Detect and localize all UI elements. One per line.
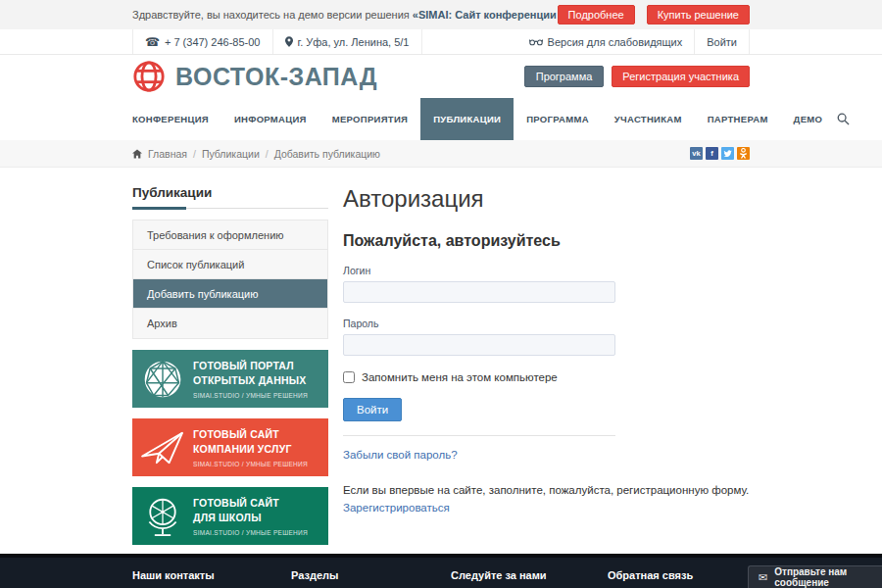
sidebar-item-add-publication[interactable]: Добавить публикацию	[133, 279, 327, 309]
globe-logo-icon	[132, 60, 166, 93]
remember-me-row: Запомнить меня на этом компьютере	[343, 371, 750, 383]
phone-icon: ☎	[145, 36, 160, 48]
password-input[interactable]	[343, 334, 615, 356]
footer-heading-feedback: Обратная связь	[608, 569, 693, 581]
sidebar-item-requirements[interactable]: Требования к оформлению	[133, 220, 327, 250]
nav-item-information[interactable]: ИНФОРМАЦИЯ	[221, 98, 319, 140]
location-pin-icon	[285, 36, 293, 47]
form-divider	[343, 435, 615, 436]
facebook-icon[interactable]: f	[706, 147, 718, 160]
password-label: Пароль	[343, 318, 750, 329]
buy-solution-button[interactable]: Купить решение	[647, 5, 750, 24]
nav-item-events[interactable]: МЕРОПРИЯТИЯ	[319, 98, 420, 140]
sidebar: Публикации Требования к оформлению Списо…	[132, 185, 328, 545]
auth-section: Авторизация Пожалуйста, авторизуйтесь Ло…	[343, 185, 750, 515]
demo-notice-text: Здравствуйте, вы находитесь на демо верс…	[132, 9, 557, 21]
chat-widget-label: Отправьте нам сообщение	[774, 566, 882, 588]
sidebar-item-publication-list[interactable]: Список публикаций	[133, 250, 327, 279]
twitter-icon[interactable]	[721, 147, 734, 160]
vk-icon[interactable]: vk	[690, 147, 703, 160]
site-name: ВОСТОК-ЗАПАД	[175, 63, 377, 91]
nav-item-conference[interactable]: КОНФЕРЕНЦИЯ	[132, 98, 221, 140]
sidebar-item-archive[interactable]: Архив	[133, 309, 327, 338]
footer-heading-contacts: Наши контакты	[132, 569, 291, 581]
network-globe-icon	[132, 358, 193, 401]
sidebar-title: Публикации	[132, 185, 328, 209]
breadcrumb-current: Добавить публикацию	[274, 148, 380, 160]
breadcrumb-home-link[interactable]: Главная	[148, 148, 187, 160]
breadcrumb-publications-link[interactable]: Публикации	[202, 148, 260, 160]
auth-subtitle: Пожалуйста, авторизуйтесь	[343, 232, 750, 250]
program-button[interactable]: Программа	[524, 66, 605, 87]
breadcrumb-bar: Главная / Публикации / Добавить публикац…	[0, 140, 882, 168]
banner-school-site[interactable]: ГОТОВЫЙ САЙТ ДЛЯ ШКОЛЫ SIMAI.STUDIO / УМ…	[132, 487, 328, 545]
login-label: Логин	[343, 265, 750, 276]
details-button[interactable]: Подробнее	[558, 5, 635, 24]
nav-item-program[interactable]: ПРОГРАММА	[514, 98, 602, 140]
content-area: Публикации Требования к оформлению Списо…	[132, 168, 750, 553]
sidebar-menu: Требования к оформлению Список публикаци…	[132, 220, 328, 339]
nav-item-participants[interactable]: УЧАСТНИКАМ	[602, 98, 695, 140]
search-icon[interactable]	[835, 98, 852, 140]
banner-services-site[interactable]: ГОТОВЫЙ САЙТ КОМПАНИИ УСЛУГ SIMAI.STUDIO…	[132, 418, 328, 476]
home-icon	[132, 149, 142, 159]
site-logo[interactable]: ВОСТОК-ЗАПАД	[132, 60, 377, 93]
phone-contact: ☎ + 7 (347) 246-85-00	[132, 29, 272, 54]
register-link[interactable]: Зарегистрироваться	[343, 502, 450, 514]
footer-heading-follow-us: Следуйте за нами	[451, 569, 608, 581]
remember-me-label: Запомнить меня на этом компьютере	[362, 371, 558, 383]
banner-open-data-portal[interactable]: ГОТОВЫЙ ПОРТАЛ ОТКРЫТЫХ ДАННЫХ SIMAI.STU…	[132, 350, 328, 408]
accessibility-version-link[interactable]: Версия для слабовидящих	[517, 29, 695, 54]
register-participant-button[interactable]: Регистрация участника	[612, 66, 750, 87]
breadcrumb: Главная / Публикации / Добавить публикац…	[132, 148, 380, 160]
info-bar: ☎ + 7 (347) 246-85-00 г. Уфа, ул. Ленина…	[0, 29, 882, 55]
header: ВОСТОК-ЗАПАД Программа Регистрация участ…	[0, 55, 882, 98]
forgot-password-link[interactable]: Забыли свой пароль?	[343, 449, 458, 461]
remember-me-checkbox[interactable]	[343, 371, 355, 383]
footer-heading-sections: Разделы	[291, 569, 451, 581]
paper-plane-icon	[132, 429, 193, 466]
registration-hint: Если вы впервые на сайте, заполните, пож…	[343, 482, 750, 498]
social-share-buttons: vk f	[690, 147, 750, 160]
login-input[interactable]	[343, 281, 615, 303]
nav-item-publications[interactable]: ПУБЛИКАЦИИ	[420, 98, 514, 140]
login-link[interactable]: Войти	[694, 29, 750, 54]
login-submit-button[interactable]: Войти	[343, 398, 402, 421]
address-text: г. Уфа, ул. Ленина, 5/1	[298, 36, 410, 48]
nav-item-partners[interactable]: ПАРТНЕРАМ	[695, 98, 781, 140]
page: Здравствуйте, вы находитесь на демо верс…	[0, 0, 882, 588]
main-navigation: КОНФЕРЕНЦИЯ ИНФОРМАЦИЯ МЕРОПРИЯТИЯ ПУБЛИ…	[0, 98, 882, 140]
globe-stand-icon	[132, 495, 193, 538]
address-contact: г. Уфа, ул. Ленина, 5/1	[272, 29, 422, 54]
envelope-icon: ✉	[759, 572, 767, 583]
demo-solution-name: «SIMAI: Сайт конференции	[413, 9, 557, 21]
page-title: Авторизация	[343, 185, 750, 213]
nav-item-demo[interactable]: ДЕМО	[781, 98, 836, 140]
phone-number: + 7 (347) 246-85-00	[165, 36, 261, 48]
eyeglasses-icon	[529, 37, 543, 46]
chat-widget-button[interactable]: ✉ Отправьте нам сообщение	[748, 565, 882, 588]
odnoklassniki-icon[interactable]	[737, 147, 750, 160]
demo-notice-bar: Здравствуйте, вы находитесь на демо верс…	[0, 0, 882, 29]
